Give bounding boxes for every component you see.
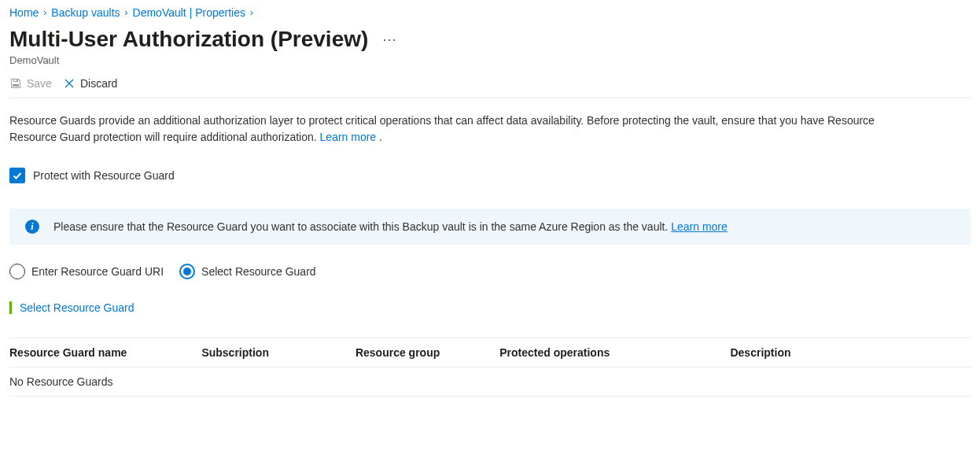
chevron-right-icon: › [125,7,128,18]
breadcrumb-backup-vaults[interactable]: Backup vaults [51,6,120,19]
chevron-right-icon: › [43,7,46,18]
close-icon [63,77,76,90]
info-icon: i [25,220,39,234]
th-name[interactable]: Resource Guard name [9,338,201,368]
info-banner: i Please ensure that the Resource Guard … [9,209,971,245]
th-protected-ops[interactable]: Protected operations [499,338,730,368]
th-subscription[interactable]: Subscription [201,338,356,368]
radio-enter-uri[interactable]: Enter Resource Guard URI [9,264,164,279]
table-empty-text: No Resource Guards [9,368,971,397]
breadcrumb: Home › Backup vaults › DemoVault | Prope… [9,6,971,19]
page-title: Multi-User Authorization (Preview) [9,27,368,52]
radio-icon-selected [179,264,195,279]
breadcrumb-demovault-properties[interactable]: DemoVault | Properties [133,6,245,19]
save-button: Save [9,77,52,90]
check-icon [12,170,23,181]
table-row: No Resource Guards [9,368,971,397]
radio-label-select-guard: Select Resource Guard [201,265,316,278]
info-banner-text: Please ensure that the Resource Guard yo… [53,220,671,233]
select-resource-guard-link[interactable]: Select Resource Guard [20,301,134,314]
breadcrumb-home[interactable]: Home [9,6,39,19]
save-icon [9,77,22,90]
page-subtitle: DemoVault [9,54,971,66]
discard-button[interactable]: Discard [63,77,117,90]
radio-select-guard[interactable]: Select Resource Guard [179,264,316,279]
description-period: . [379,131,382,143]
table-header-row: Resource Guard name Subscription Resourc… [9,338,971,368]
title-row: Multi-User Authorization (Preview) ⋯ [9,27,971,52]
info-learn-more-link[interactable]: Learn more [671,220,728,233]
description-line1: Resource Guards provide an additional au… [9,114,875,127]
info-banner-text-wrap: Please ensure that the Resource Guard yo… [53,220,728,233]
description-line2: Resource Guard protection will require a… [9,131,320,143]
more-actions-icon[interactable]: ⋯ [382,31,397,48]
select-resource-guard-wrap: Select Resource Guard [9,301,971,314]
radio-group: Enter Resource Guard URI Select Resource… [9,264,971,279]
protect-checkbox-row: Protect with Resource Guard [9,168,971,183]
radio-label-enter-uri: Enter Resource Guard URI [31,265,164,278]
protect-checkbox-label: Protect with Resource Guard [33,169,175,182]
discard-label: Discard [80,77,117,90]
protect-checkbox[interactable] [9,168,25,183]
resource-guard-table: Resource Guard name Subscription Resourc… [9,338,971,397]
chevron-right-icon: › [250,7,253,18]
th-description[interactable]: Description [730,338,971,368]
description-text: Resource Guards provide an additional au… [9,113,971,146]
toolbar: Save Discard [9,77,971,98]
learn-more-link[interactable]: Learn more [320,131,379,143]
radio-icon [9,264,25,279]
save-label: Save [27,77,52,90]
th-resource-group[interactable]: Resource group [356,338,499,368]
